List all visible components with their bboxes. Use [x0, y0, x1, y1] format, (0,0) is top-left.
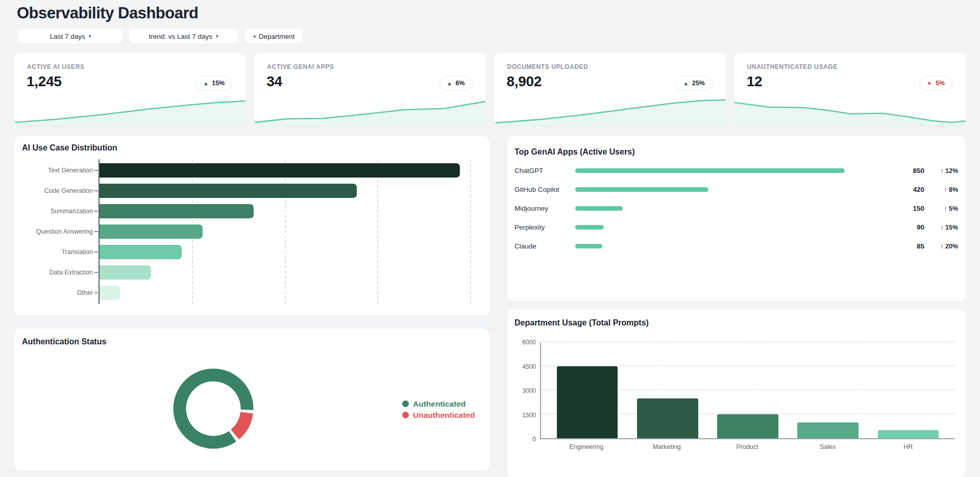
panel-title: Department Usage (Total Prompts) — [514, 318, 954, 328]
gridline — [470, 159, 471, 304]
panel-title: Top GenAI Apps (Active Users) — [514, 147, 958, 157]
top-app-row: Perplexity90↑ 15% — [514, 221, 958, 233]
y-tick-label: 0 — [532, 436, 536, 443]
category-label: Text Generation — [22, 163, 99, 178]
app-delta: ↑ 8% — [924, 186, 958, 193]
x-tick-label: HR — [868, 443, 948, 450]
app-usage-bar — [575, 187, 708, 192]
dashboard-grid: AI Use Case Distribution Text Generation… — [14, 136, 966, 477]
kpi-delta-badge: ▲ 15% — [195, 76, 232, 90]
x-tick-label: Sales — [788, 443, 868, 450]
category-label: Translation — [22, 245, 99, 259]
top-app-row: Midjourney150↑ 5% — [514, 203, 958, 214]
department-chart: 01500300045006000 EngineeringMarketingPr… — [514, 342, 954, 450]
donut-slice — [235, 413, 247, 435]
department-bar — [797, 422, 858, 438]
top-app-row: ChatGPT850↑ 12% — [514, 165, 958, 177]
use-case-plot-area — [99, 159, 480, 304]
trend-compare-select[interactable]: trend: vs Last 7 days ▾ — [129, 29, 238, 44]
kpi-label: UNAUTHENTICATED USAGE — [747, 63, 966, 70]
kpi-card-active-ai-users: ACTIVE AI USERS 1,245 ▲ 15% — [14, 53, 246, 125]
chevron-down-icon: ▾ — [89, 34, 91, 39]
app-name: Midjourney — [514, 205, 575, 212]
app-active-users: 420 — [894, 186, 924, 193]
kpi-card-active-genai-apps: ACTIVE GENAI APPS 34 ▲ 6% — [254, 53, 485, 125]
page-title: Observability Dashboard — [17, 4, 966, 22]
gridline — [285, 159, 286, 304]
app-active-users: 90 — [894, 223, 924, 231]
app-bar-track — [575, 244, 845, 248]
trend-arrow-icon: ▲ — [683, 81, 689, 86]
category-label: Summarization — [22, 204, 99, 218]
gridline — [377, 159, 378, 304]
y-tick-label: 4500 — [522, 363, 536, 370]
legend-item-authenticated[interactable]: Authenticated — [402, 398, 475, 409]
app-name: GitHub Copilot — [514, 186, 575, 193]
app-active-users: 150 — [894, 205, 924, 212]
trend-arrow-icon: ▼ — [927, 81, 932, 86]
app-name: Perplexity — [514, 223, 575, 231]
use-case-distribution-panel: AI Use Case Distribution Text Generation… — [14, 136, 489, 316]
panel-title: Authentication Status — [22, 337, 489, 346]
top-app-row: Claude85↑ 20% — [514, 240, 958, 252]
department-bar — [557, 366, 618, 438]
department-plot: EngineeringMarketingProductSalesHR — [540, 342, 954, 450]
y-tick-label: 3000 — [522, 387, 536, 394]
top-genai-apps-panel: Top GenAI Apps (Active Users) ChatGPT850… — [507, 136, 966, 302]
use-case-bar — [100, 265, 151, 280]
legend-item-unauthenticated[interactable]: Unauthenticated — [402, 410, 475, 420]
app-usage-bar — [575, 244, 602, 248]
kpi-delta-badge: ▲ 6% — [439, 76, 473, 90]
kpi-label: ACTIVE GENAI APPS — [267, 63, 485, 70]
use-case-bar — [100, 204, 254, 218]
x-tick-label: Engineering — [546, 443, 627, 450]
y-tick-label: 6000 — [522, 339, 536, 346]
kpi-delta-value: 5% — [936, 80, 945, 87]
app-delta: ↑ 20% — [924, 243, 958, 250]
use-case-bar — [100, 224, 203, 239]
use-case-bar — [100, 245, 182, 259]
add-department-label: + Department — [253, 33, 295, 40]
department-bars — [541, 342, 954, 438]
auth-legend: Authenticated Unauthenticated — [402, 398, 475, 420]
legend-dot-icon — [402, 400, 409, 407]
department-y-axis: 01500300045006000 — [514, 342, 540, 439]
category-label: Code Generation — [22, 184, 99, 198]
department-x-axis-labels: EngineeringMarketingProductSalesHR — [540, 443, 954, 450]
time-range-select[interactable]: Last 7 days ▾ — [18, 29, 122, 44]
x-tick-label: Product — [707, 443, 788, 450]
kpi-delta-value: 6% — [455, 80, 464, 87]
auth-donut-chart — [170, 365, 257, 452]
bar-slot — [788, 342, 868, 438]
kpi-delta-value: 15% — [212, 80, 225, 87]
use-case-bar — [100, 163, 460, 178]
kpi-delta-value: 25% — [692, 80, 705, 87]
add-department-filter-button[interactable]: + Department — [244, 29, 303, 44]
use-case-category-labels: Text GenerationCode GenerationSummarizat… — [22, 159, 99, 304]
legend-dot-icon — [402, 412, 409, 418]
use-case-bar — [100, 286, 120, 300]
app-bar-track — [575, 168, 845, 173]
kpi-label: DOCUMENTS UPLOADED — [507, 63, 726, 70]
app-name: ChatGPT — [514, 167, 575, 174]
app-delta: ↑ 5% — [924, 205, 958, 212]
use-case-bar — [100, 184, 357, 198]
right-column: Top GenAI Apps (Active Users) ChatGPT850… — [507, 136, 966, 477]
app-usage-bar — [575, 168, 845, 173]
category-label: Other — [22, 286, 99, 300]
observability-dashboard: Observability Dashboard Last 7 days ▾ tr… — [0, 0, 980, 477]
kpi-row: ACTIVE AI USERS 1,245 ▲ 15% ACTIVE GENAI… — [14, 53, 966, 125]
use-case-chart: Text GenerationCode GenerationSummarizat… — [22, 159, 480, 304]
trend-arrow-icon: ▲ — [447, 81, 452, 86]
legend-label: Authenticated — [413, 399, 465, 409]
left-column: AI Use Case Distribution Text Generation… — [14, 136, 489, 477]
legend-label: Unauthenticated — [413, 411, 475, 420]
authentication-status-panel: Authentication Status Authenticated Unau… — [14, 329, 489, 471]
kpi-sparkline — [14, 94, 246, 125]
panel-title: AI Use Case Distribution — [22, 143, 480, 153]
trend-compare-label: trend: vs Last 7 days — [149, 33, 212, 40]
top-apps-list: ChatGPT850↑ 12%GitHub Copilot420↑ 8%Midj… — [514, 165, 958, 252]
chevron-down-icon: ▾ — [216, 34, 218, 39]
x-tick-label: Marketing — [627, 443, 707, 450]
kpi-label: ACTIVE AI USERS — [27, 63, 246, 70]
